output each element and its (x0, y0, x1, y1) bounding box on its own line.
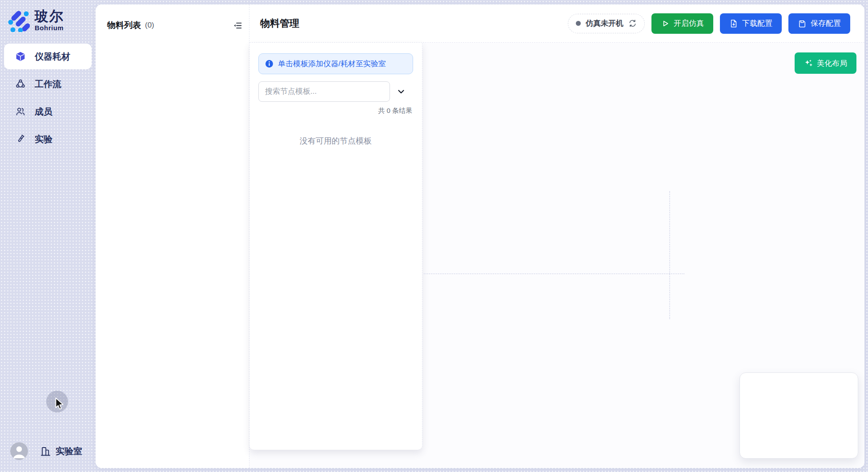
materials-panel-title: 物料列表 (107, 20, 141, 31)
workflow-icon (15, 79, 26, 89)
workspace-header: 物料管理 仿真未开机 开启仿真 (249, 4, 864, 43)
header-actions: 仿真未开机 开启仿真 (568, 13, 850, 34)
status-dot-icon (576, 21, 581, 26)
workspace: 物料管理 仿真未开机 开启仿真 (249, 4, 864, 468)
mouse-cursor (53, 397, 66, 410)
beautify-layout-button[interactable]: 美化布局 (795, 52, 856, 74)
sidebar-item-experiments[interactable]: 实验 (4, 126, 92, 152)
sidebar-item-label: 仪器耗材 (35, 51, 70, 63)
avatar[interactable] (10, 442, 28, 460)
search-row (258, 81, 413, 102)
sidebar-item-instruments[interactable]: 仪器耗材 (4, 44, 92, 69)
simulation-status-pill[interactable]: 仿真未开机 (568, 14, 645, 33)
user-avatar-icon (10, 442, 28, 460)
canvas-guide-line-vertical (669, 191, 670, 319)
canvas-guide-line-horizontal (424, 273, 684, 274)
page-title: 物料管理 (260, 17, 299, 30)
sidebar-item-label: 工作流 (35, 78, 61, 90)
materials-panel-header: 物料列表 (0) (96, 4, 249, 31)
play-icon (661, 19, 670, 28)
minimap[interactable] (739, 372, 858, 459)
sidebar-footer: 实验室 (10, 442, 82, 460)
file-download-icon (729, 19, 738, 28)
app-root: 玻尔 Bohrium 仪器耗材 工作流 (0, 0, 868, 472)
sidebar-item-label: 实验 (35, 133, 52, 145)
sidebar-item-members[interactable]: 成员 (4, 99, 92, 124)
info-banner: 单击模板添加仪器/耗材至实验室 (258, 53, 413, 74)
info-banner-text: 单击模板添加仪器/耗材至实验室 (278, 59, 386, 69)
sidebar-item-workflow[interactable]: 工作流 (4, 71, 92, 97)
indent-collapse-icon[interactable] (233, 20, 243, 31)
status-label: 仿真未开机 (586, 18, 623, 28)
test-tube-icon (15, 134, 26, 144)
start-simulation-button[interactable]: 开启仿真 (651, 13, 713, 34)
sidebar-nav: 仪器耗材 工作流 成员 (0, 44, 96, 152)
materials-count: (0) (145, 21, 154, 30)
sidebar-item-lab[interactable]: 实验室 (40, 445, 82, 457)
search-input[interactable] (258, 81, 390, 102)
sidebar-item-label: 成员 (35, 106, 52, 118)
download-config-button[interactable]: 下载配置 (720, 13, 782, 34)
brand-text: 玻尔 Bohrium (35, 9, 64, 32)
brand-subtitle: Bohrium (35, 24, 64, 32)
bohrium-logo-icon (7, 9, 30, 32)
template-panel: 单击模板添加仪器/耗材至实验室 共 0 条结果 没有可用的节点模板 (249, 43, 422, 450)
refresh-icon[interactable] (628, 19, 637, 28)
save-config-button[interactable]: 保存配置 (788, 13, 850, 34)
button-label: 保存配置 (811, 18, 841, 28)
sidebar: 玻尔 Bohrium 仪器耗材 工作流 (0, 0, 96, 472)
brand-logo: 玻尔 Bohrium (0, 0, 96, 32)
materials-panel: 物料列表 (0) (96, 4, 249, 468)
button-label: 开启仿真 (674, 18, 704, 28)
info-icon (265, 60, 273, 68)
cube-icon (15, 51, 26, 62)
save-icon (798, 19, 807, 28)
flow-canvas[interactable]: 单击模板添加仪器/耗材至实验室 共 0 条结果 没有可用的节点模板 (249, 43, 864, 468)
building-icon (40, 446, 51, 457)
members-icon (15, 106, 26, 117)
results-count: 共 0 条结果 (259, 107, 412, 115)
lab-label: 实验室 (56, 445, 82, 457)
sparkles-icon (804, 59, 813, 68)
button-label: 美化布局 (817, 58, 847, 68)
button-label: 下载配置 (742, 18, 772, 28)
empty-state-text: 没有可用的节点模板 (249, 136, 422, 146)
main-card: 物料列表 (0) 物料管理 仿真未开机 (96, 4, 864, 468)
chevron-down-icon[interactable] (396, 86, 406, 97)
brand-title: 玻尔 (35, 9, 64, 24)
